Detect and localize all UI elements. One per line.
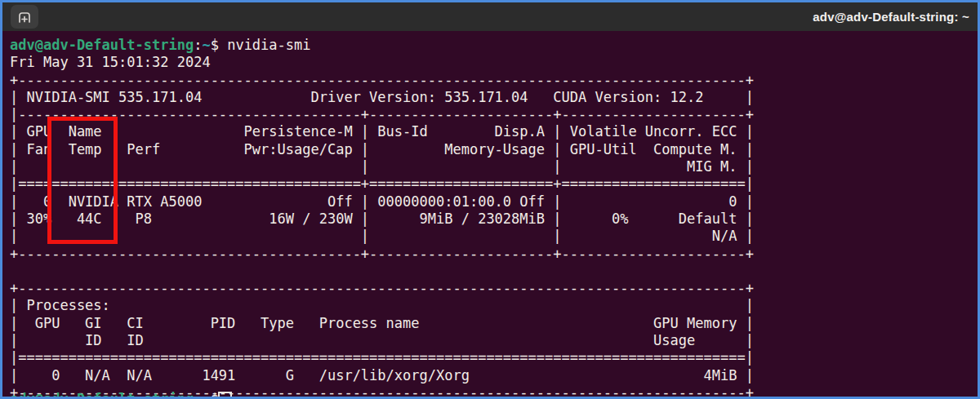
title-bar[interactable]: adv@adv-Default-string: ~ <box>2 2 978 31</box>
prompt-user-host: adv@adv-Default-string <box>10 391 194 397</box>
terminal-window: adv@adv-Default-string: ~ adv@adv-Defaul… <box>0 0 980 399</box>
prompt-separator: : <box>194 37 202 53</box>
prompt-path: ~ <box>202 391 210 397</box>
prompt-path: ~ <box>202 37 210 53</box>
new-tab-button[interactable] <box>11 5 38 29</box>
window-title: adv@adv-Default-string: ~ <box>813 2 969 31</box>
prompt-separator: : <box>194 391 202 397</box>
nvidia-smi-output: +---------------------------------------… <box>10 72 978 397</box>
date-line: Fri May 31 15:01:32 2024 <box>10 54 978 71</box>
next-prompt-line: adv@adv-Default-string:~$ <box>10 391 227 397</box>
terminal-screen[interactable]: adv@adv-Default-string:~$ nvidia-smiFri … <box>2 31 978 397</box>
prompt-line: adv@adv-Default-string:~$ nvidia-smi <box>10 37 978 54</box>
prompt-user-host: adv@adv-Default-string <box>10 37 194 53</box>
tab-new-icon <box>16 10 33 24</box>
prompt-symbol: $ <box>211 37 227 53</box>
terminal-text: adv@adv-Default-string:~$ nvidia-smiFri … <box>2 31 978 397</box>
terminal-cursor <box>218 392 232 397</box>
command-text: nvidia-smi <box>227 37 310 53</box>
